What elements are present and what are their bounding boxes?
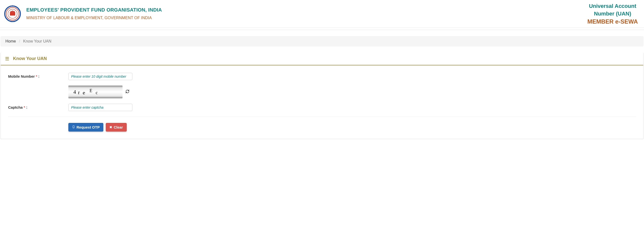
label-colon: : [25, 105, 27, 109]
svg-point-11 [4, 14, 5, 14]
mobile-label: Mobile Number * : [8, 74, 68, 78]
clear-button[interactable]: ✖ Clear [106, 123, 127, 132]
mobile-input-col [68, 73, 132, 80]
refresh-captcha-icon[interactable] [126, 89, 130, 94]
captcha-input-col [68, 104, 132, 111]
svg-point-21 [10, 11, 12, 12]
svg-point-12 [5, 10, 6, 11]
breadcrumb-home[interactable]: Home [6, 39, 16, 43]
svg-point-5 [20, 16, 20, 17]
clear-label: Clear [114, 125, 123, 129]
svg-point-25 [73, 127, 74, 128]
org-title: EMPLOYEES' PROVIDENT FUND ORGANISATION, … [26, 7, 162, 13]
svg-point-8 [11, 21, 12, 22]
captcha-label: Captcha * : [8, 105, 68, 109]
panel-title: Know Your UAN [13, 56, 47, 61]
form-divider [8, 117, 636, 117]
captcha-image: 4reEc [68, 86, 122, 98]
mobile-icon [72, 125, 75, 129]
svg-point-22 [12, 10, 13, 12]
header: EMPLOYEES' PROVIDENT FUND ORGANISATION, … [0, 0, 644, 28]
svg-point-13 [7, 7, 8, 8]
captcha-label-text: Captcha [8, 105, 23, 109]
svg-point-7 [14, 21, 15, 22]
svg-point-6 [18, 19, 18, 20]
uan-title-line2: Number (UAN) [588, 10, 638, 18]
label-colon: : [37, 74, 39, 78]
close-icon: ✖ [110, 125, 112, 129]
svg-point-10 [5, 17, 6, 18]
esewa-title: MEMBER e-SEWA [588, 18, 638, 25]
know-your-uan-panel: ☰ Know Your UAN Mobile Number * : 4reEc [0, 53, 644, 139]
svg-point-23 [13, 11, 15, 12]
epfo-logo [4, 5, 22, 23]
svg-rect-15 [12, 5, 12, 7]
panel-heading: ☰ Know Your UAN [1, 53, 643, 65]
request-otp-label: Request OTP [76, 125, 100, 129]
captcha-input[interactable] [68, 104, 132, 111]
mobile-input[interactable] [68, 73, 132, 80]
button-row: Request OTP ✖ Clear [68, 123, 636, 132]
panel-body: Mobile Number * : 4reEc [1, 65, 643, 139]
request-otp-button[interactable]: Request OTP [68, 123, 103, 132]
breadcrumb: Home / Know Your UAN [0, 36, 644, 46]
hamburger-icon[interactable]: ☰ [5, 56, 9, 61]
mobile-label-text: Mobile Number [8, 74, 35, 78]
org-subtitle: MINISTRY OF LABOUR & EMPLOYMENT, GOVERNM… [26, 16, 162, 20]
captcha-row: Captcha * : [8, 104, 636, 111]
header-divider [0, 30, 644, 30]
svg-rect-20 [10, 12, 15, 15]
svg-point-4 [20, 12, 21, 13]
svg-point-9 [8, 20, 8, 21]
breadcrumb-separator: / [19, 39, 20, 43]
uan-title-line1: Universal Account [588, 2, 638, 10]
mobile-row: Mobile Number * : [8, 73, 636, 80]
captcha-image-row: 4reEc [68, 86, 636, 98]
breadcrumb-current: Know Your UAN [23, 39, 52, 43]
header-left: EMPLOYEES' PROVIDENT FUND ORGANISATION, … [4, 5, 162, 23]
svg-point-14 [10, 6, 11, 6]
header-titles: EMPLOYEES' PROVIDENT FUND ORGANISATION, … [26, 7, 162, 20]
header-right: Universal Account Number (UAN) MEMBER e-… [588, 2, 640, 25]
